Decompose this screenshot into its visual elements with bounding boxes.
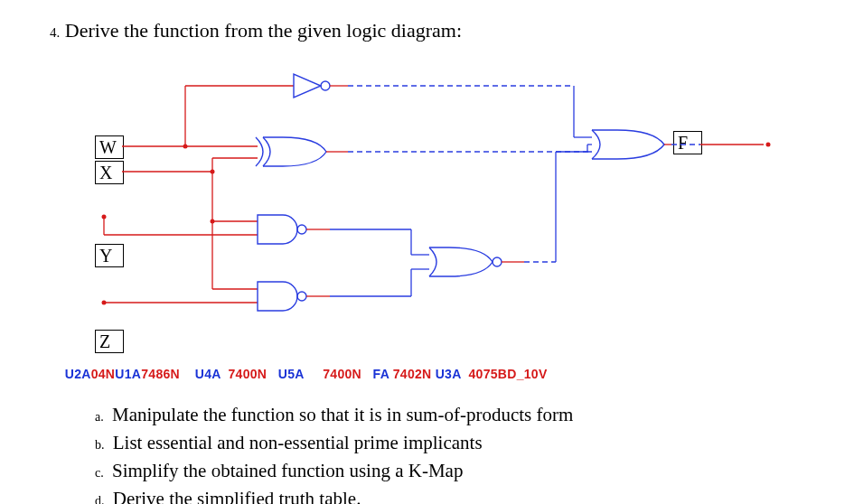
subquestion-list: a. Manipulate the function so that it is… (95, 402, 836, 504)
chip-u4a-label: U4A (195, 367, 221, 381)
sub-d-text: Derive the simplified truth table. (113, 488, 361, 504)
chip-u1a-label: U1A (115, 367, 141, 381)
question-line: 4. Derive the function from the given lo… (50, 18, 462, 45)
sub-b-marker: b. (95, 438, 108, 452)
chip-u2a-label: U2A (65, 367, 91, 381)
chip-fa-label: FA (373, 367, 389, 381)
sub-c-marker: c. (95, 466, 108, 480)
svg-point-37 (493, 257, 502, 266)
sub-a-text: Manipulate the function so that it is in… (112, 404, 573, 425)
subquestion-c: c. Simplify the obtained function using … (95, 458, 836, 486)
chip-u3a-label: U3A (436, 367, 461, 381)
nand-gate-2-icon (258, 282, 330, 311)
sub-c-text: Simplify the obtained function using a K… (112, 460, 463, 481)
not-gate-icon (294, 74, 348, 98)
nand-gate-1-icon (258, 215, 330, 244)
question-number: 4. (50, 25, 60, 40)
svg-point-45 (766, 143, 771, 147)
chip-u5a-label: U5A (278, 367, 304, 381)
sub-d-marker: d. (95, 494, 108, 504)
chip-u4a-type: 7400N (229, 367, 267, 381)
diagram-svg (50, 54, 800, 361)
xor-gate-icon (256, 137, 348, 166)
subquestion-d: d. Derive the simplified truth table. (95, 486, 836, 504)
logic-diagram: W X Y Z F (50, 54, 800, 361)
sub-b-text: List essential and non-essential prime i… (113, 432, 483, 453)
chip-label-row: U2A04NU1A7486N U4A 7400N U5A 7400N FA 74… (50, 352, 548, 396)
chip-u2a-type: 04N (91, 367, 116, 381)
svg-point-27 (297, 225, 306, 234)
or3-gate-icon (592, 130, 671, 159)
sub-a-marker: a. (95, 410, 108, 424)
question-text: Derive the function from the given logic… (65, 19, 462, 42)
svg-point-32 (297, 292, 306, 301)
chip-u3a-type: 4075BD_10V (468, 367, 547, 381)
nor-gate-icon (429, 247, 524, 276)
chip-u1a-type: 7486N (141, 367, 180, 381)
chip-fa-type: 7402N (393, 367, 432, 381)
chip-u5a-type: 7400N (323, 367, 361, 381)
subquestion-b: b. List essential and non-essential prim… (95, 430, 836, 458)
subquestion-a: a. Manipulate the function so that it is… (95, 402, 836, 430)
